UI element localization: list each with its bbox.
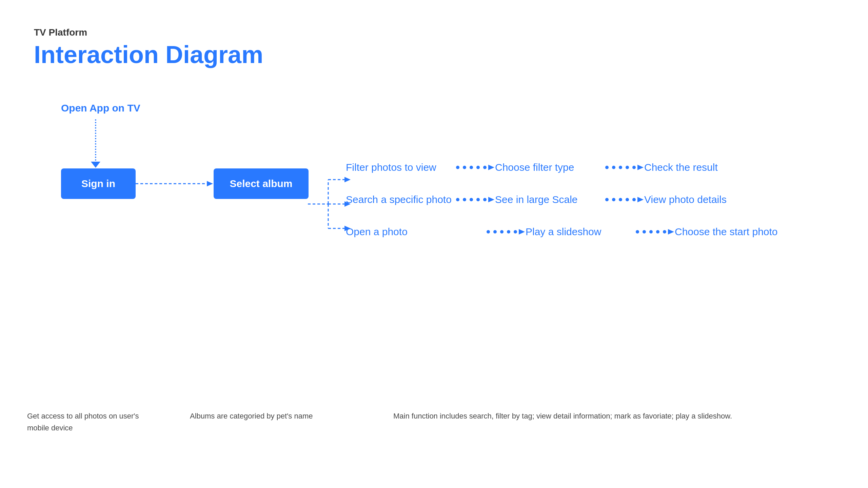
svg-marker-1 [207, 181, 213, 186]
row-filter: Filter photos to view Choose filter type… [346, 162, 753, 173]
svg-point-42 [643, 230, 646, 233]
h-dotted-1 [136, 177, 214, 190]
svg-point-32 [626, 198, 629, 201]
select-album-label: Select album [230, 178, 292, 189]
svg-marker-28 [488, 197, 494, 202]
svg-point-17 [605, 166, 609, 169]
svg-marker-34 [637, 197, 644, 202]
open-photo-label: Open a photo [346, 226, 454, 238]
svg-point-35 [487, 230, 490, 233]
open-app-label: Open App on TV [61, 102, 140, 114]
vertical-dotted-line [95, 119, 96, 163]
see-large-scale-label: See in large Scale [495, 194, 604, 205]
svg-point-37 [500, 230, 504, 233]
svg-point-41 [636, 230, 639, 233]
svg-point-21 [632, 166, 636, 169]
dots-arrow-1a [454, 162, 495, 172]
svg-point-29 [605, 198, 609, 201]
dots-arrow-2a [454, 195, 495, 205]
view-photo-details-label: View photo details [644, 194, 753, 205]
svg-point-45 [663, 230, 666, 233]
svg-point-33 [632, 198, 636, 201]
svg-marker-16 [488, 165, 494, 170]
svg-point-44 [656, 230, 659, 233]
svg-point-36 [493, 230, 497, 233]
choose-start-photo-label: Choose the start photo [675, 226, 783, 238]
row-open-photo: Open a photo Play a slideshow Choose the… [346, 226, 783, 238]
row-search: Search a specific photo See in large Sca… [346, 194, 753, 205]
diagram-title: Interaction Diagram [34, 41, 834, 68]
signin-box: Sign in [61, 168, 136, 199]
svg-point-12 [463, 166, 466, 169]
diagram-area: Open App on TV Sign in Select album [34, 102, 834, 357]
svg-point-30 [612, 198, 615, 201]
check-result-label: Check the result [644, 162, 753, 173]
footer-col-3: Main function includes search, filter by… [393, 410, 841, 434]
svg-point-23 [456, 198, 459, 201]
dots-arrow-3a [485, 227, 526, 237]
svg-marker-22 [637, 165, 644, 170]
svg-point-31 [619, 198, 622, 201]
svg-point-26 [476, 198, 480, 201]
svg-marker-5 [344, 177, 351, 182]
dots-arrow-3b [634, 227, 675, 237]
svg-point-25 [470, 198, 473, 201]
svg-marker-46 [668, 229, 674, 235]
svg-point-19 [619, 166, 622, 169]
svg-point-20 [626, 166, 629, 169]
svg-marker-40 [519, 229, 525, 235]
svg-point-14 [476, 166, 480, 169]
footer-col-2: Albums are categoried by pet's name [190, 410, 326, 434]
footer: Get access to all photos on user's mobil… [27, 410, 841, 434]
footer-col-1: Get access to all photos on user's mobil… [27, 410, 163, 434]
select-album-box: Select album [214, 168, 309, 199]
svg-point-15 [483, 166, 487, 169]
svg-point-38 [507, 230, 510, 233]
choose-filter-label: Choose filter type [495, 162, 604, 173]
branch-svg [308, 170, 352, 238]
svg-point-27 [483, 198, 487, 201]
svg-point-11 [456, 166, 459, 169]
svg-point-18 [612, 166, 615, 169]
dots-arrow-2b [604, 195, 644, 205]
search-photo-label: Search a specific photo [346, 194, 454, 205]
svg-point-43 [649, 230, 653, 233]
play-slideshow-label: Play a slideshow [526, 226, 634, 238]
svg-point-13 [470, 166, 473, 169]
signin-label: Sign in [81, 178, 115, 189]
arrow-down-icon [91, 162, 100, 168]
filter-photos-label: Filter photos to view [346, 162, 454, 173]
dots-arrow-1b [604, 162, 644, 172]
platform-label: TV Platform [34, 27, 834, 38]
svg-point-39 [514, 230, 517, 233]
header: TV Platform Interaction Diagram [34, 27, 834, 68]
svg-point-24 [463, 198, 466, 201]
